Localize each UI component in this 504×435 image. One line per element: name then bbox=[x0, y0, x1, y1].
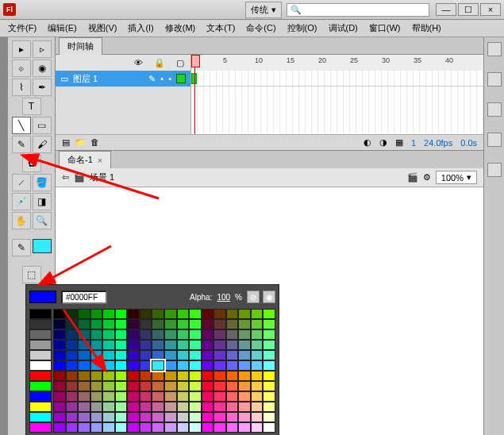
swatch[interactable] bbox=[127, 402, 140, 412]
swatch[interactable] bbox=[78, 391, 90, 402]
swatch[interactable] bbox=[263, 329, 275, 340]
layer-visible-dot[interactable]: • bbox=[160, 74, 164, 83]
swatch[interactable] bbox=[152, 422, 164, 433]
swatch[interactable] bbox=[251, 391, 264, 402]
color-wheel-button[interactable]: ◉ bbox=[263, 291, 275, 303]
swatch[interactable] bbox=[102, 422, 115, 433]
swatch[interactable] bbox=[177, 340, 190, 350]
swatch[interactable] bbox=[238, 340, 251, 350]
swatch[interactable] bbox=[251, 319, 264, 329]
swatch[interactable] bbox=[115, 412, 128, 422]
swatch[interactable] bbox=[90, 412, 103, 422]
subselection-tool[interactable]: ▹ bbox=[33, 40, 52, 58]
swatch[interactable] bbox=[102, 360, 115, 371]
swatch[interactable] bbox=[78, 422, 90, 433]
swatch[interactable] bbox=[238, 422, 251, 433]
swatch[interactable] bbox=[251, 350, 264, 360]
swatch[interactable] bbox=[127, 371, 140, 381]
swatch[interactable] bbox=[164, 402, 177, 412]
swatch[interactable] bbox=[102, 340, 115, 350]
swatch[interactable] bbox=[152, 329, 164, 340]
menu-commands[interactable]: 命令(C) bbox=[241, 21, 280, 36]
zoom-tool[interactable]: 🔍 bbox=[33, 212, 52, 229]
swatch[interactable] bbox=[140, 329, 152, 340]
brush-tool[interactable]: 🖌 bbox=[33, 136, 52, 153]
swatch[interactable] bbox=[251, 360, 264, 371]
swatch[interactable] bbox=[115, 340, 128, 350]
swatch[interactable] bbox=[53, 412, 66, 422]
swatch[interactable] bbox=[102, 412, 115, 422]
swatch[interactable] bbox=[127, 350, 140, 360]
swatch[interactable] bbox=[164, 319, 177, 329]
swatch[interactable] bbox=[152, 391, 164, 402]
swatch[interactable] bbox=[263, 309, 275, 319]
swatch[interactable] bbox=[251, 412, 264, 422]
swatch[interactable] bbox=[263, 319, 275, 329]
maximize-button[interactable]: ☐ bbox=[458, 3, 479, 16]
swatch[interactable] bbox=[140, 350, 152, 360]
edit-scene-icon[interactable]: 🎬 bbox=[407, 172, 418, 183]
rectangle-tool[interactable]: ▭ bbox=[33, 117, 52, 134]
swatch[interactable] bbox=[29, 402, 52, 412]
swatch[interactable] bbox=[189, 309, 202, 319]
left-dock-strip[interactable] bbox=[0, 37, 8, 435]
swatch[interactable] bbox=[164, 412, 177, 422]
swatch[interactable] bbox=[251, 309, 264, 319]
swatch[interactable] bbox=[263, 360, 275, 371]
swatch[interactable] bbox=[177, 329, 190, 340]
swatch[interactable] bbox=[251, 371, 264, 381]
swatch[interactable] bbox=[115, 309, 128, 319]
swatch[interactable] bbox=[263, 340, 275, 350]
swatch[interactable] bbox=[189, 402, 202, 412]
swatch[interactable] bbox=[29, 381, 52, 391]
search-box[interactable]: 🔍 bbox=[287, 3, 429, 17]
back-icon[interactable]: ⇦ bbox=[62, 172, 69, 183]
swatch[interactable] bbox=[202, 319, 214, 329]
swatch[interactable] bbox=[177, 360, 190, 371]
swatch[interactable] bbox=[214, 350, 226, 360]
swatch[interactable] bbox=[214, 329, 226, 340]
swatch[interactable] bbox=[66, 412, 79, 422]
playhead[interactable] bbox=[194, 55, 195, 134]
menu-debug[interactable]: 调试(D) bbox=[324, 21, 363, 36]
swatch[interactable] bbox=[140, 319, 152, 329]
swatch[interactable] bbox=[214, 391, 226, 402]
swatch[interactable] bbox=[29, 371, 52, 381]
swatch[interactable] bbox=[127, 340, 140, 350]
swatch[interactable] bbox=[90, 391, 103, 402]
swatch[interactable] bbox=[127, 412, 140, 422]
hand-tool[interactable]: ✋ bbox=[12, 212, 31, 229]
swatch[interactable] bbox=[115, 381, 128, 391]
swatch[interactable] bbox=[29, 309, 52, 319]
snap-option[interactable]: ⬚ bbox=[22, 266, 41, 283]
swatch[interactable] bbox=[29, 360, 52, 371]
swatch[interactable] bbox=[238, 319, 251, 329]
swatch[interactable] bbox=[177, 350, 190, 360]
menu-view[interactable]: 视图(V) bbox=[83, 21, 122, 36]
onion-skin-outlines-icon[interactable]: ◑ bbox=[379, 137, 387, 148]
layout-dropdown[interactable]: 传统 ▾ bbox=[245, 2, 282, 18]
swatch[interactable] bbox=[127, 329, 140, 340]
swatch[interactable] bbox=[226, 391, 239, 402]
swatch[interactable] bbox=[164, 340, 177, 350]
swatch[interactable] bbox=[140, 402, 152, 412]
swatch[interactable] bbox=[263, 371, 275, 381]
swatch[interactable] bbox=[90, 340, 103, 350]
swatch[interactable] bbox=[53, 391, 66, 402]
swatch[interactable] bbox=[263, 381, 275, 391]
edit-symbols-icon[interactable]: ⚙ bbox=[423, 172, 431, 183]
swatch[interactable] bbox=[238, 309, 251, 319]
hex-input[interactable] bbox=[61, 291, 107, 304]
swatch[interactable] bbox=[102, 402, 115, 412]
swatch[interactable] bbox=[102, 350, 115, 360]
pencil-tool[interactable]: ✎ bbox=[12, 136, 31, 153]
swatch[interactable] bbox=[152, 360, 164, 371]
delete-layer-button[interactable]: 🗑 bbox=[90, 137, 99, 148]
swatch[interactable] bbox=[177, 402, 190, 412]
swatch[interactable] bbox=[238, 329, 251, 340]
swatch[interactable] bbox=[78, 402, 90, 412]
swatch[interactable] bbox=[189, 422, 202, 433]
swatch[interactable] bbox=[226, 309, 239, 319]
menu-edit[interactable]: 编辑(E) bbox=[43, 21, 82, 36]
swatch[interactable] bbox=[177, 381, 190, 391]
